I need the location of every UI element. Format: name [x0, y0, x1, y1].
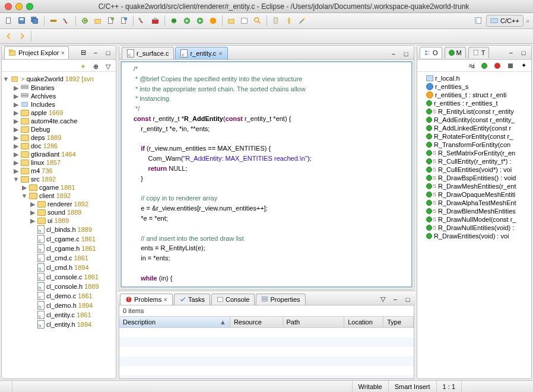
build-icon[interactable] — [48, 15, 59, 26]
toggle-mark-icon[interactable] — [271, 15, 281, 26]
outline-item[interactable]: SR_DrawAlphaTestMeshEnt — [418, 199, 530, 207]
tree-item[interactable]: ▶doc 1286 — [3, 142, 115, 150]
column-type[interactable]: Type — [383, 317, 414, 327]
project-explorer-tab[interactable]: Project Explor × — [4, 46, 69, 59]
focus-icon[interactable]: ⊕ — [90, 61, 101, 72]
tree-item[interactable]: ▼client 1892 — [3, 192, 115, 200]
new-class-icon[interactable]: C — [80, 15, 90, 26]
new-source-icon[interactable] — [106, 15, 116, 26]
outline-item[interactable]: R_AddEntity(const r_entity_ — [418, 116, 530, 124]
open-task-icon[interactable] — [239, 15, 250, 26]
maximize-icon[interactable]: □ — [401, 49, 411, 59]
column-location[interactable]: Location — [344, 317, 383, 327]
tasks-tab[interactable]: Tasks — [174, 294, 210, 305]
outline-item[interactable]: r_entities : r_entities_t — [418, 99, 530, 107]
outline-item[interactable]: r_local.h — [418, 74, 530, 82]
hide-static-icon[interactable] — [492, 60, 503, 71]
code-editor[interactable]: /* * @brief Copies the specified entity … — [120, 61, 413, 288]
outline-item[interactable]: SR_DrawNullEntities(void) : — [418, 224, 530, 232]
build-all-icon[interactable] — [137, 15, 148, 26]
debug-icon[interactable] — [169, 15, 179, 26]
tree-item[interactable]: cl_demo.c 1861 — [3, 291, 115, 301]
tree-item[interactable]: cl_console.h 1889 — [3, 282, 115, 291]
pin-icon[interactable] — [284, 15, 294, 26]
tree-item[interactable]: ▶Binaries — [3, 84, 115, 92]
forward-icon[interactable] — [17, 31, 27, 42]
tree-root[interactable]: ▼> quake2world 1892 [svn — [3, 74, 115, 84]
tree-item[interactable]: ▶apple 1669 — [3, 109, 115, 117]
column-resource[interactable]: Resource — [230, 317, 283, 327]
tree-item[interactable]: ▶Archives — [3, 92, 115, 100]
outline-item[interactable]: SR_CullEntity(r_entity_t*) : — [418, 157, 530, 165]
close-icon[interactable]: × — [61, 49, 64, 56]
outline-item[interactable]: SR_EntityList(const r_entity — [418, 107, 530, 116]
collapse-all-icon[interactable]: ⊟ — [78, 47, 88, 58]
tree-item[interactable]: cl_console.c 1861 — [3, 272, 115, 282]
save-icon[interactable] — [17, 15, 27, 26]
run-last-icon[interactable] — [195, 15, 205, 26]
back-icon[interactable] — [4, 31, 14, 42]
hide-fields-icon[interactable] — [479, 60, 490, 71]
tree-item[interactable]: cl_entity.h 1894 — [3, 320, 115, 329]
overflow-icon[interactable]: » — [526, 17, 529, 24]
tree-item[interactable]: ▶sound 1889 — [3, 208, 115, 216]
column-path[interactable]: Path — [283, 317, 345, 327]
outline-item[interactable]: R_TransformForEntity(con — [418, 141, 530, 149]
tree-item[interactable]: ▶linux 1857 — [3, 158, 115, 167]
outline-item[interactable]: R_AddLinkedEntity(const r — [418, 124, 530, 132]
tree-item[interactable]: ▶Includes — [3, 100, 115, 109]
editor-tab-r-surface[interactable]: r_surface.c — [122, 47, 174, 59]
tree-item[interactable]: cl_cmd.c 1861 — [3, 253, 115, 263]
tree-item[interactable]: cl_binds.h 1889 — [3, 225, 115, 234]
coverage-icon[interactable] — [208, 15, 218, 26]
minimize-window-button[interactable] — [15, 3, 23, 10]
tree-item[interactable]: cl_cmd.h 1894 — [3, 263, 115, 272]
tree-item[interactable]: cl_entity.c 1861 — [3, 310, 115, 320]
outline-item[interactable]: SR_DrawBlendMeshEntities — [418, 207, 530, 215]
properties-tab[interactable]: Properties — [256, 294, 305, 305]
search-icon[interactable] — [252, 15, 263, 26]
task-list-tab[interactable]: T — [468, 47, 490, 58]
outline-item[interactable]: SR_DrawNullModel(const r_ — [418, 215, 530, 224]
perspective-button[interactable]: C/C++ — [486, 15, 524, 27]
wand-icon[interactable] — [297, 15, 307, 26]
minimize-icon[interactable]: − — [90, 47, 101, 58]
outline-item[interactable]: SR_CullEntities(void*) : voi — [418, 165, 530, 174]
tree-item[interactable]: cl_cgame.h 1861 — [3, 244, 115, 253]
hide-non-public-icon[interactable] — [505, 60, 516, 71]
outline-item[interactable]: SR_SetMatrixForEntity(r_en — [418, 149, 530, 157]
tree-item[interactable]: cl_cgame.c 1861 — [3, 234, 115, 244]
make-tab[interactable]: M — [445, 47, 466, 58]
tree-item[interactable]: ▶renderer 1892 — [3, 200, 115, 208]
outline-item[interactable]: SR_DrawBspEntities() : void — [418, 174, 530, 182]
close-window-button[interactable] — [5, 3, 12, 10]
console-tab[interactable]: Console — [211, 294, 255, 305]
new-icon[interactable] — [4, 15, 14, 26]
filter-icon[interactable]: ✦ — [518, 60, 529, 71]
new-folder-icon[interactable] — [93, 15, 103, 26]
outline-item[interactable]: SR_DrawMeshEntities(r_ent — [418, 182, 530, 190]
close-icon[interactable]: × — [163, 296, 167, 303]
outline-tree[interactable]: r_local.hr_entities_sr_entities_t : stru… — [417, 72, 531, 378]
project-tree[interactable]: ▼> quake2world 1892 [svn▶Binaries▶Archiv… — [2, 72, 116, 378]
menu-icon[interactable]: ▽ — [377, 294, 388, 305]
new-header-icon[interactable] — [119, 15, 129, 26]
menu-icon[interactable]: ▽ — [103, 61, 113, 72]
column-description[interactable]: Description ▲ — [119, 317, 230, 327]
link-editor-icon[interactable] — [78, 61, 88, 72]
minimize-icon[interactable]: − — [390, 294, 401, 305]
tree-item[interactable]: ▶deps 1889 — [3, 133, 115, 142]
toolbox-icon[interactable] — [150, 15, 161, 26]
outline-item[interactable]: R_RotateForEntity(const r_ — [418, 132, 530, 141]
tree-item[interactable]: ▶cgame 1881 — [3, 183, 115, 192]
open-type-icon[interactable] — [226, 15, 237, 26]
tree-item[interactable]: ▼src 1892 — [3, 175, 115, 183]
zoom-window-button[interactable] — [26, 3, 33, 10]
tree-item[interactable]: ▶Debug — [3, 125, 115, 133]
run-icon[interactable] — [182, 15, 192, 26]
minimize-icon[interactable]: − — [506, 47, 516, 58]
close-tab-icon[interactable]: × — [218, 50, 222, 57]
maximize-icon[interactable]: □ — [518, 47, 529, 58]
save-all-icon[interactable] — [30, 15, 40, 26]
outline-tab[interactable]: O — [420, 47, 442, 58]
